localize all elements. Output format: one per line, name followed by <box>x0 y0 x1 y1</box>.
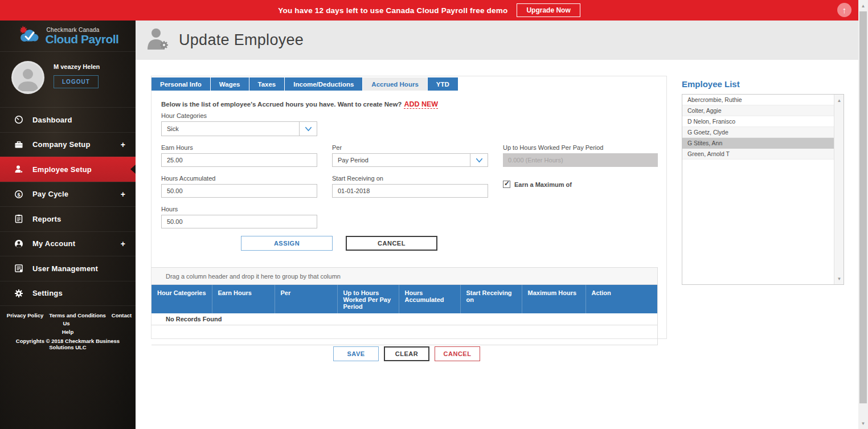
employee-item[interactable]: D Nelon, Franisco <box>682 116 834 127</box>
intro-text: Below is the list of employee's Accrued … <box>161 100 666 108</box>
scrollbar-down-icon[interactable] <box>834 274 844 283</box>
sidebar-item-dashboard[interactable]: Dashboard <box>0 107 136 132</box>
upgrade-now-button[interactable]: Upgrade Now <box>517 3 580 17</box>
add-new-link[interactable]: ADD NEW <box>404 100 438 109</box>
hour-categories-select[interactable]: Sick <box>161 121 317 136</box>
demo-banner: You have 12 days left to use Canada Clou… <box>0 0 858 21</box>
col-action[interactable]: Action <box>586 285 657 313</box>
start-receiving-input[interactable] <box>332 184 488 198</box>
col-start-receiving[interactable]: Start Receiving on <box>460 285 522 313</box>
privacy-policy-link[interactable]: Privacy Policy <box>7 312 43 318</box>
form-actions: SAVE CLEAR CANCEL <box>333 346 480 361</box>
sidebar-footer: Privacy PolicyTerms and ConditionsContac… <box>0 305 136 350</box>
scrollbar-up-icon[interactable] <box>858 1 868 10</box>
terms-link[interactable]: Terms and Conditions <box>49 312 106 318</box>
tab-income-deductions[interactable]: Income/Deductions <box>285 77 362 91</box>
per-select[interactable]: Pay Period <box>332 153 488 167</box>
grid-group-hint: Drag a column header and drop it here to… <box>152 268 657 285</box>
sidebar-item-reports[interactable]: Reports <box>0 206 136 231</box>
employee-tabs: Personal Info Wages Taxes Income/Deducti… <box>152 77 666 91</box>
accrued-hours-panel: Personal Info Wages Taxes Income/Deducti… <box>151 76 667 339</box>
col-per[interactable]: Per <box>275 285 337 313</box>
gear-icon <box>14 289 23 298</box>
tab-wages[interactable]: Wages <box>211 77 249 91</box>
col-up-to-hours[interactable]: Up to Hours Worked Per Pay Period <box>337 285 399 313</box>
per-value: Pay Period <box>333 154 470 166</box>
tab-taxes[interactable]: Taxes <box>249 77 285 91</box>
account-person-circle-icon <box>14 239 23 248</box>
hour-categories-value: Sick <box>162 122 299 136</box>
pay-cycle-icon: $ <box>14 190 23 199</box>
demo-message: You have 12 days left to use Canada Clou… <box>278 6 507 15</box>
help-link[interactable]: Help <box>62 329 74 335</box>
user-block: M veazey Helen LOGOUT <box>0 52 136 107</box>
scrollbar-up-icon[interactable] <box>834 96 844 105</box>
hours-label: Hours <box>161 206 317 213</box>
sidebar-item-my-account[interactable]: My Account + <box>0 231 136 256</box>
clear-button[interactable]: CLEAR <box>384 346 429 361</box>
sidebar-nav: Dashboard Company Setup + Employee Setup… <box>0 107 136 305</box>
up-to-hours-input <box>503 153 658 167</box>
cancel-button[interactable]: CANCEL <box>435 346 480 361</box>
sidebar-item-settings[interactable]: Settings <box>0 281 136 306</box>
sidebar-item-pay-cycle[interactable]: $ Pay Cycle + <box>0 182 136 207</box>
sidebar-item-label: Reports <box>32 215 116 223</box>
user-list-icon <box>14 264 23 273</box>
hours-accumulated-input[interactable] <box>161 184 317 198</box>
assign-button[interactable]: ASSIGN <box>241 236 333 251</box>
dashboard-gauge-icon <box>14 115 23 124</box>
logout-button[interactable]: LOGOUT <box>54 75 99 88</box>
tab-accrued-hours[interactable]: Accrued Hours <box>363 77 427 91</box>
avatar <box>11 61 44 94</box>
hour-categories-label: Hour Categories <box>161 112 666 119</box>
save-button[interactable]: SAVE <box>333 346 379 361</box>
tab-ytd[interactable]: YTD <box>428 77 458 91</box>
page-title: Update Employee <box>179 31 304 49</box>
employee-item[interactable]: Colter, Aggie <box>682 105 834 116</box>
hours-accumulated-label: Hours Accumulated <box>161 175 317 182</box>
employee-item-selected[interactable]: G Stites, Ann <box>682 138 834 149</box>
cloud-checkmark-logo-icon <box>17 25 42 47</box>
employee-list-scrollbar[interactable] <box>834 95 844 284</box>
employee-item[interactable]: Green, Arnold T <box>682 149 834 160</box>
employee-gear-icon <box>145 27 171 54</box>
col-hour-categories[interactable]: Hour Categories <box>152 285 212 313</box>
brand-logo: Checkmark Canada Cloud Payroll <box>0 21 136 52</box>
main-content: Update Employee Personal Info Wages Taxe… <box>136 21 858 429</box>
sidebar-item-user-management[interactable]: User Management <box>0 256 136 281</box>
employee-item[interactable]: G Goetz, Clyde <box>682 127 834 138</box>
earn-hours-label: Earn Hours <box>161 144 317 151</box>
employee-list-title: Employee List <box>682 79 740 89</box>
page-scrollbar[interactable] <box>858 0 868 429</box>
user-name: M veazey Helen <box>54 63 100 70</box>
employee-list: Abercrombie, Ruthie Colter, Aggie D Nelo… <box>682 94 844 285</box>
col-hours-accumulated[interactable]: Hours Accumulated <box>399 285 460 313</box>
sidebar-item-label: Pay Cycle <box>32 190 112 198</box>
earn-maximum-checkbox[interactable] <box>503 181 510 188</box>
scroll-to-top-icon[interactable]: ↑ <box>837 3 851 17</box>
clipboard-icon <box>14 214 23 223</box>
active-item-arrow <box>130 165 136 174</box>
col-earn-hours[interactable]: Earn Hours <box>212 285 275 313</box>
chevron-down-icon[interactable] <box>299 122 317 136</box>
assign-cancel-button[interactable]: CANCEL <box>346 236 437 251</box>
scrollbar-down-icon[interactable] <box>858 419 868 428</box>
copyright-text: Copyrights © 2018 Checkmark Business Sol… <box>3 338 132 350</box>
hours-input[interactable] <box>161 215 317 228</box>
col-maximum-hours[interactable]: Maximum Hours <box>522 285 586 313</box>
scrollbar-thumb[interactable] <box>859 11 867 403</box>
earn-hours-input[interactable] <box>161 153 317 167</box>
expand-plus: + <box>121 140 125 149</box>
sidebar-item-company-setup[interactable]: Company Setup + <box>0 132 136 157</box>
svg-text:$: $ <box>17 191 20 197</box>
employee-item[interactable]: Abercrombie, Ruthie <box>682 95 834 105</box>
sidebar-item-label: My Account <box>32 239 112 248</box>
sidebar: Checkmark Canada Cloud Payroll M veazey … <box>0 21 136 429</box>
expand-plus: + <box>121 239 125 248</box>
sidebar-item-label: User Management <box>32 264 116 273</box>
sidebar-item-label: Dashboard <box>32 116 116 124</box>
tab-personal-info[interactable]: Personal Info <box>152 77 210 91</box>
accrued-hours-grid: Drag a column header and drop it here to… <box>152 267 658 345</box>
chevron-down-icon[interactable] <box>470 154 488 166</box>
sidebar-item-employee-setup[interactable]: Employee Setup <box>0 157 136 182</box>
